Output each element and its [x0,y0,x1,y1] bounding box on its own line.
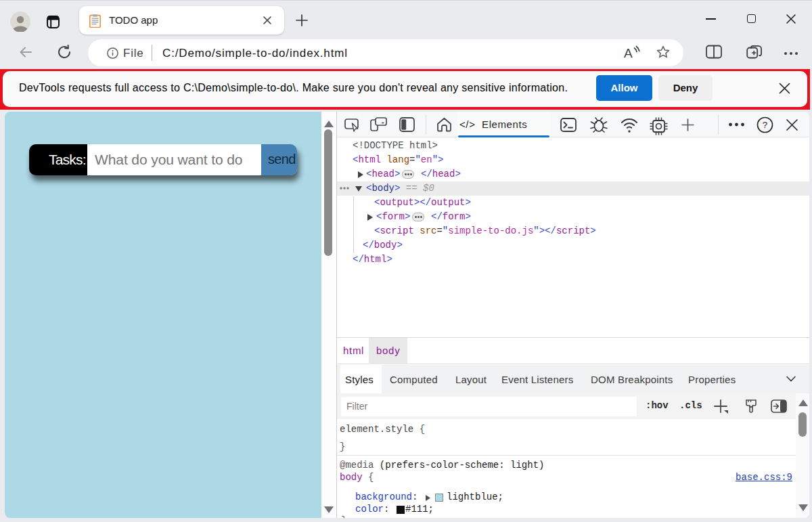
svg-text:A: A [624,46,633,60]
svg-text:?: ? [763,120,768,130]
